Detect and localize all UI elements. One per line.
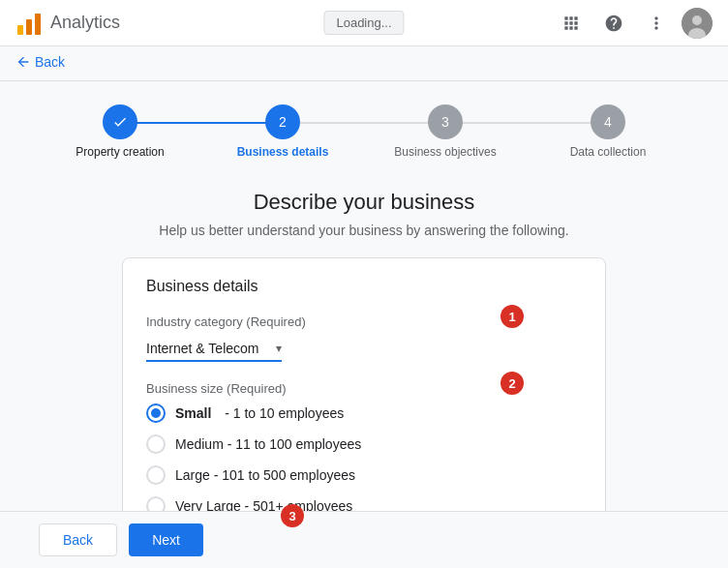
step-3-label: Business objectives bbox=[394, 145, 496, 159]
step-3: 3 Business objectives bbox=[364, 105, 527, 159]
apps-button[interactable] bbox=[554, 6, 589, 41]
step-4-label: Data collection bbox=[570, 145, 647, 159]
radio-small-label: Small bbox=[175, 405, 211, 421]
more-options-button[interactable] bbox=[639, 6, 674, 41]
help-icon bbox=[604, 14, 623, 33]
back-link[interactable]: Back bbox=[15, 54, 65, 70]
radio-medium-input[interactable] bbox=[146, 434, 166, 454]
page-title: Describe your business bbox=[0, 190, 728, 215]
radio-small-desc: - 1 to 10 employees bbox=[221, 405, 344, 421]
step-1-circle bbox=[103, 105, 137, 139]
business-size-options: Small - 1 to 10 employees Medium - 11 to… bbox=[146, 404, 582, 516]
step-2-circle: 2 bbox=[265, 105, 300, 139]
svg-rect-2 bbox=[35, 14, 41, 35]
radio-small-input[interactable] bbox=[146, 404, 166, 423]
page-subtitle: Help us better understand your business … bbox=[0, 223, 728, 238]
help-button[interactable] bbox=[596, 6, 631, 41]
apps-icon bbox=[561, 14, 581, 33]
business-size-field: Business size (Required) Small - 1 to 10… bbox=[146, 381, 582, 516]
radio-large-label: Large - 101 to 500 employees bbox=[175, 467, 355, 483]
card-title: Business details bbox=[146, 278, 582, 295]
app-title: Analytics bbox=[50, 13, 120, 33]
radio-medium-label: Medium - 11 to 100 employees bbox=[175, 436, 361, 452]
next-button[interactable]: Next bbox=[129, 523, 203, 556]
svg-point-4 bbox=[692, 15, 702, 25]
radio-large-input[interactable] bbox=[146, 465, 166, 485]
step-1-label: Property creation bbox=[76, 145, 164, 159]
radio-small[interactable]: Small - 1 to 10 employees bbox=[146, 404, 582, 423]
step-2: 2 Business details bbox=[201, 105, 364, 159]
avatar-image bbox=[682, 8, 713, 39]
annotation-badge-2: 2 bbox=[500, 372, 524, 395]
user-avatar[interactable] bbox=[682, 8, 713, 39]
stepper: Property creation 2 Business details 3 B… bbox=[0, 105, 728, 159]
radio-large[interactable]: Large - 101 to 500 employees bbox=[146, 465, 582, 485]
main-content: Property creation 2 Business details 3 B… bbox=[0, 81, 728, 567]
svg-rect-0 bbox=[17, 25, 23, 35]
back-button[interactable]: Back bbox=[39, 523, 117, 556]
header: Analytics Loading... bbox=[0, 0, 728, 46]
radio-medium[interactable]: Medium - 11 to 100 employees bbox=[146, 434, 582, 454]
header-actions bbox=[554, 6, 713, 41]
back-bar: Back bbox=[0, 46, 728, 81]
more-icon bbox=[647, 14, 666, 33]
checkmark-icon bbox=[112, 114, 128, 130]
loading-indicator: Loading... bbox=[323, 11, 404, 35]
page-heading: Describe your business Help us better un… bbox=[0, 190, 728, 238]
industry-category-field: Industry category (Required) Internet & … bbox=[146, 314, 582, 362]
step-3-circle: 3 bbox=[428, 105, 463, 139]
annotation-badge-3: 3 bbox=[281, 504, 304, 527]
industry-select[interactable]: Internet & Telecom bbox=[146, 337, 282, 362]
svg-rect-1 bbox=[26, 19, 32, 35]
step-4-circle: 4 bbox=[591, 105, 625, 139]
step-4: 4 Data collection bbox=[527, 105, 689, 159]
back-arrow-icon bbox=[15, 54, 31, 70]
step-2-label: Business details bbox=[237, 145, 329, 159]
annotation-badge-1: 1 bbox=[500, 305, 524, 328]
analytics-logo-icon bbox=[15, 10, 43, 37]
industry-select-wrapper: Internet & Telecom bbox=[146, 337, 282, 362]
footer: Back Next 3 bbox=[0, 511, 728, 568]
step-1: Property creation bbox=[39, 105, 201, 159]
logo: Analytics bbox=[15, 10, 120, 37]
